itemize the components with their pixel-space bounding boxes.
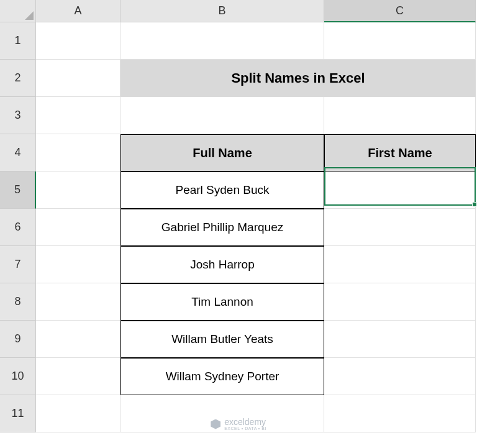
cell-a9[interactable] [36, 321, 120, 358]
cell-c10[interactable] [324, 358, 476, 395]
cell-a6[interactable] [36, 209, 120, 246]
row-header-8[interactable]: 8 [0, 283, 36, 321]
header-first-name[interactable]: First Name [324, 134, 476, 171]
watermark-brand: exceldemy [224, 418, 266, 426]
cell-c1[interactable] [324, 22, 476, 60]
cell-c6[interactable] [324, 209, 476, 246]
cell-b3[interactable] [120, 97, 324, 134]
cell-a4[interactable] [36, 134, 120, 171]
cell-b10[interactable]: Willam Sydney Porter [120, 358, 324, 395]
column-header-c[interactable]: C [324, 0, 476, 22]
cell-c9[interactable] [324, 321, 476, 358]
header-full-name[interactable]: Full Name [120, 134, 324, 171]
watermark-tagline: EXCEL • DATA • BI [224, 426, 266, 431]
column-header-a[interactable]: A [36, 0, 120, 22]
cell-c11[interactable] [324, 395, 476, 432]
row-header-7[interactable]: 7 [0, 246, 36, 283]
cell-a11[interactable] [36, 395, 120, 432]
cell-b6[interactable]: Gabriel Phillip Marquez [120, 209, 324, 246]
cell-b5[interactable]: Pearl Syden Buck [120, 171, 324, 209]
cell-b1[interactable] [120, 22, 324, 60]
row-header-10[interactable]: 10 [0, 358, 36, 395]
cell-b9[interactable]: Willam Butler Yeats [120, 321, 324, 358]
select-all-corner[interactable] [0, 0, 36, 22]
title-merged-cell[interactable]: Split Names in Excel [120, 60, 476, 97]
column-header-b[interactable]: B [120, 0, 324, 22]
watermark: exceldemy EXCEL • DATA • BI [211, 418, 266, 431]
cell-c5[interactable] [324, 171, 476, 209]
row-header-4[interactable]: 4 [0, 134, 36, 171]
cell-a8[interactable] [36, 283, 120, 321]
row-header-1[interactable]: 1 [0, 22, 36, 60]
row-header-5[interactable]: 5 [0, 171, 36, 209]
cell-b7[interactable]: Josh Harrop [120, 246, 324, 283]
row-header-11[interactable]: 11 [0, 395, 36, 432]
spreadsheet-grid: A B C 1 2 Split Names in Excel 3 4 Full … [0, 0, 477, 432]
cell-a2[interactable] [36, 60, 120, 97]
row-header-6[interactable]: 6 [0, 209, 36, 246]
row-header-2[interactable]: 2 [0, 60, 36, 97]
cell-a3[interactable] [36, 97, 120, 134]
cell-c7[interactable] [324, 246, 476, 283]
cell-c3[interactable] [324, 97, 476, 134]
cell-a1[interactable] [36, 22, 120, 60]
row-header-9[interactable]: 9 [0, 321, 36, 358]
cell-a5[interactable] [36, 171, 120, 209]
cell-a7[interactable] [36, 246, 120, 283]
cell-b8[interactable]: Tim Lannon [120, 283, 324, 321]
cell-c8[interactable] [324, 283, 476, 321]
cell-a10[interactable] [36, 358, 120, 395]
row-header-3[interactable]: 3 [0, 97, 36, 134]
watermark-logo-icon [211, 419, 220, 429]
